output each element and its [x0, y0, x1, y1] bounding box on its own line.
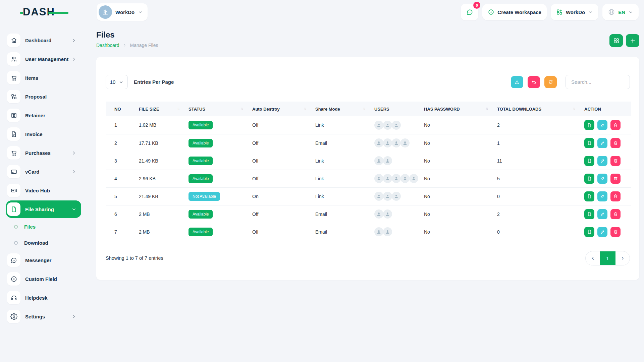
- cell-auto-destroy: Off: [244, 116, 307, 134]
- edit-button[interactable]: [597, 227, 607, 237]
- language-selector[interactable]: EN: [602, 4, 639, 20]
- building-icon: [102, 9, 109, 15]
- add-file-button[interactable]: [626, 34, 639, 47]
- column-header-users: USERS: [366, 102, 415, 116]
- column-header-has-password[interactable]: HAS PASSWORD↑↓: [415, 102, 488, 116]
- home-icon: [7, 34, 20, 47]
- sidebar-item-proposal[interactable]: Proposal: [6, 87, 81, 106]
- sidebar-item-helpdesk[interactable]: Helpdesk: [6, 288, 81, 307]
- user-avatar-icon: [374, 138, 383, 147]
- sidebar-item-label: Video Hub: [25, 188, 50, 193]
- cell-file-size: 2 MB: [130, 223, 180, 241]
- delete-button[interactable]: [610, 174, 621, 184]
- create-workspace-button[interactable]: Create Workspace: [482, 4, 547, 20]
- pagination-prev-button[interactable]: [586, 251, 600, 265]
- delete-button[interactable]: [610, 156, 621, 166]
- workspace-switcher[interactable]: WorkDo: [97, 3, 148, 21]
- table-row: 11.02 MBAvailableOffLinkNo2: [106, 116, 631, 134]
- page-header: Files Dashboard Manage Files: [96, 30, 639, 48]
- view-file-button[interactable]: [584, 209, 594, 219]
- delete-button[interactable]: [610, 209, 621, 219]
- sidebar-item-dashboard[interactable]: Dashboard: [6, 31, 81, 50]
- sidebar-item-file-sharing[interactable]: File Sharing: [6, 200, 81, 218]
- sidebar-subitem-download[interactable]: Download: [0, 235, 88, 251]
- messages-button[interactable]: 0: [461, 4, 478, 20]
- entries-per-page-select[interactable]: 10: [106, 75, 128, 89]
- view-file-button[interactable]: [584, 120, 594, 130]
- cell-no: 1: [106, 116, 130, 134]
- user-avatar-icon: [383, 121, 392, 130]
- sidebar-subitem-files[interactable]: Files: [0, 219, 88, 235]
- table-footer: Showing 1 to 7 of 7 entries 1: [106, 251, 630, 265]
- create-workspace-label: Create Workspace: [497, 9, 541, 15]
- sort-icon[interactable]: ↑↓: [241, 107, 243, 110]
- sidebar-item-video-hub[interactable]: Video Hub: [6, 181, 81, 200]
- sidebar-item-purchases[interactable]: Purchases: [6, 143, 81, 162]
- pagination-next-button[interactable]: [615, 251, 630, 265]
- sidebar-item-invoice[interactable]: Invoice: [6, 125, 81, 143]
- row-actions: [584, 138, 621, 148]
- delete-button[interactable]: [610, 191, 621, 201]
- pagination-page-button[interactable]: 1: [600, 251, 615, 265]
- edit-button[interactable]: [597, 209, 607, 219]
- view-file-button[interactable]: [584, 191, 594, 201]
- user-avatar-icon: [383, 209, 392, 219]
- sort-icon[interactable]: ↑↓: [486, 107, 488, 110]
- view-file-button[interactable]: [584, 156, 594, 166]
- sidebar-item-custom-field[interactable]: Custom Field: [6, 269, 81, 288]
- reset-button[interactable]: [528, 76, 540, 88]
- sidebar-item-messenger[interactable]: Messenger: [6, 251, 81, 269]
- search-input[interactable]: [566, 75, 630, 89]
- edit-button[interactable]: [597, 156, 607, 166]
- column-header-auto-destroy[interactable]: Auto Destroy↑↓: [244, 102, 307, 116]
- sidebar-item-vcard[interactable]: vCard: [6, 162, 81, 181]
- table-row: 217.71 KBAvailableOffEmailNo1: [106, 134, 631, 152]
- toolbar-buttons: [511, 75, 630, 89]
- sidebar-item-label: Retainer: [25, 113, 45, 118]
- delete-button[interactable]: [610, 227, 621, 237]
- sidebar-item-items[interactable]: Items: [6, 68, 81, 87]
- column-header-file-size[interactable]: FILE SIZE↑↓: [130, 102, 180, 116]
- delete-button[interactable]: [610, 120, 621, 130]
- user-avatar-icon: [374, 192, 383, 201]
- cell-has-password: No: [415, 134, 488, 152]
- column-label: Auto Destroy: [252, 107, 280, 112]
- refresh-button[interactable]: [544, 76, 557, 88]
- cell-auto-destroy: Off: [244, 223, 307, 241]
- workspace-dropdown[interactable]: WorkDo: [551, 4, 598, 20]
- sidebar-item-user-management[interactable]: User Management: [6, 50, 81, 68]
- user-avatar-icon: [392, 138, 401, 147]
- sort-icon[interactable]: ↑↓: [177, 107, 179, 110]
- brand-logo[interactable]: DASH: [23, 6, 73, 18]
- export-download-button[interactable]: [511, 76, 523, 88]
- edit-button[interactable]: [597, 191, 607, 201]
- sort-icon[interactable]: ↑↓: [363, 107, 365, 110]
- sort-icon[interactable]: ↑↓: [304, 107, 306, 110]
- sidebar-item-retainer[interactable]: Retainer: [6, 106, 81, 125]
- grid-view-button[interactable]: [609, 34, 623, 47]
- chevron-down-icon: [588, 10, 593, 15]
- cell-no: 2: [106, 134, 130, 152]
- edit-button[interactable]: [597, 174, 607, 184]
- sort-icon[interactable]: ↑↓: [573, 107, 575, 110]
- view-file-button[interactable]: [584, 138, 594, 148]
- sidebar-item-label: Helpdesk: [25, 295, 48, 301]
- column-label: Share Mode: [315, 107, 340, 112]
- edit-button[interactable]: [597, 138, 607, 148]
- users-avatars: [374, 174, 418, 183]
- column-header-total-downloads[interactable]: TOTAL DOWNLOADS↑↓: [488, 102, 576, 116]
- sidebar-item-settings[interactable]: Settings: [6, 307, 81, 326]
- column-header-status[interactable]: STATUS↑↓: [180, 102, 244, 116]
- chevron-right-icon: [71, 150, 76, 156]
- view-file-button[interactable]: [584, 174, 594, 184]
- breadcrumb-dashboard-link[interactable]: Dashboard: [96, 43, 119, 48]
- view-file-button[interactable]: [584, 227, 594, 237]
- column-label: USERS: [374, 107, 389, 112]
- delete-button[interactable]: [610, 138, 621, 148]
- column-header-share-mode[interactable]: Share Mode↑↓: [307, 102, 366, 116]
- table-row: 42.96 KBAvailableOffLinkNo5: [106, 170, 631, 187]
- edit-button[interactable]: [597, 120, 607, 130]
- messenger-icon: [7, 253, 20, 267]
- entries-per-page-label: Entries Per Page: [134, 79, 174, 85]
- row-actions: [584, 191, 621, 201]
